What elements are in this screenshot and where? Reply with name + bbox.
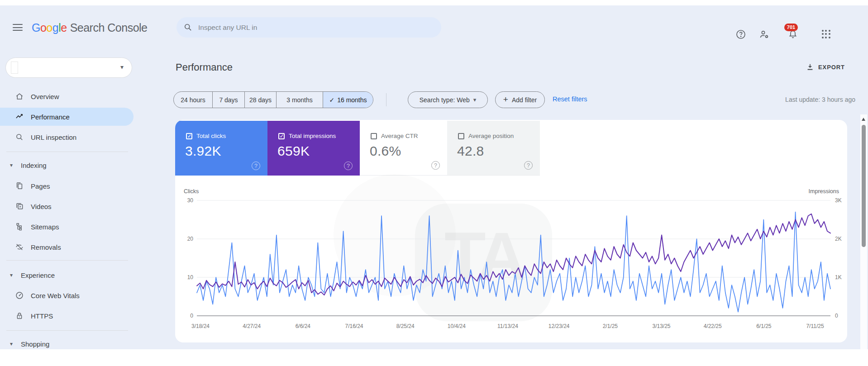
caret-down-icon: ▾ <box>10 272 13 278</box>
y-axis-tick-left: 20 <box>187 236 194 242</box>
x-axis-date-label: 3/13/25 <box>652 323 670 329</box>
lock-icon <box>15 311 24 320</box>
google-search-console-app: GoogleSearch Console 701 ▾ Overview Perf… <box>0 0 868 366</box>
sidebar-item-label: Pages <box>31 182 50 190</box>
sidebar-item-https[interactable]: HTTPS <box>0 307 134 325</box>
sidebar-item-videos[interactable]: Videos <box>0 197 134 215</box>
date-range-chip-28-days[interactable]: 28 days <box>245 92 277 108</box>
google-apps-grid-icon[interactable] <box>822 30 830 38</box>
sidebar-item-label: HTTPS <box>31 312 53 320</box>
sidebar-item-label: Performance <box>31 113 70 121</box>
sidebar-item-label: Removals <box>31 243 61 251</box>
url-inspection-searchbar[interactable] <box>176 17 441 38</box>
clicks-impressions-line-chart: ClicksImpressions010203001K2K3K3/18/244/… <box>175 120 847 342</box>
sidebar-group-label: Experience <box>21 271 55 279</box>
add-filter-label: Add filter <box>512 96 537 104</box>
series-line-clicks <box>197 212 830 312</box>
user-settings-icon[interactable] <box>759 29 770 40</box>
gauge-icon <box>15 291 24 300</box>
sidebar-divider <box>6 152 128 152</box>
date-range-chip-24-hours[interactable]: 24 hours <box>174 92 213 108</box>
pages-icon <box>15 181 24 190</box>
sidebar-item-label: Sitemaps <box>31 223 59 231</box>
x-axis-date-label: 6/6/24 <box>296 323 311 329</box>
last-update-text: Last update: 3 hours ago <box>742 96 855 103</box>
property-selector-dropdown[interactable]: ▾ <box>5 57 132 78</box>
add-filter-button[interactable]: + Add filter <box>495 91 545 108</box>
date-range-group: 24 hours7 days28 days3 months✓16 months <box>173 91 373 108</box>
y-axis-title-impressions: Impressions <box>809 188 839 195</box>
menu-icon[interactable] <box>13 24 23 31</box>
sidebar-item-label: URL inspection <box>31 133 76 141</box>
sidebar-item-performance[interactable]: Performance <box>0 108 134 126</box>
y-axis-tick-left: 30 <box>187 197 194 204</box>
sidebar-divider <box>6 260 128 261</box>
search-type-dropdown[interactable]: Search type: Web ▾ <box>408 91 488 108</box>
property-selector-value <box>11 62 18 74</box>
download-icon <box>806 62 815 71</box>
sidebar-group-label: Shopping <box>21 340 49 348</box>
sidebar-item-removals[interactable]: Removals <box>0 238 134 256</box>
date-range-label: 28 days <box>249 96 272 104</box>
date-range-chip-3-months[interactable]: 3 months <box>277 92 323 108</box>
page-title: Performance <box>176 62 233 73</box>
sidebar-divider <box>6 330 128 331</box>
x-axis-date-label: 6/1/25 <box>756 323 772 329</box>
sidebar-group-experience[interactable]: ▾ Experience <box>0 270 134 280</box>
sidebar-item-sitemaps[interactable]: Sitemaps <box>0 218 134 236</box>
home-icon <box>15 92 24 101</box>
scrollbar-up-arrow-icon[interactable] <box>862 118 865 121</box>
check-icon: ✓ <box>329 96 334 104</box>
google-wordmark: Google <box>32 21 67 34</box>
x-axis-date-label: 7/11/25 <box>806 323 824 329</box>
y-axis-tick-left: 0 <box>190 313 193 319</box>
y-axis-tick-right: 3K <box>835 197 842 204</box>
x-axis-date-label: 3/18/24 <box>191 323 210 329</box>
reset-filters-link[interactable]: Reset filters <box>553 95 587 103</box>
filter-divider <box>386 93 386 106</box>
search-input[interactable] <box>198 17 429 38</box>
sidebar-item-url-inspection[interactable]: URL inspection <box>0 128 134 146</box>
date-range-label: 16 months <box>337 96 367 104</box>
caret-down-icon: ▾ <box>10 162 13 168</box>
x-axis-date-label: 10/4/24 <box>448 323 466 329</box>
vertical-scrollbar[interactable] <box>860 114 867 349</box>
help-icon[interactable] <box>735 29 746 40</box>
x-axis-date-label: 2/1/25 <box>603 323 618 329</box>
sidebar-item-overview[interactable]: Overview <box>0 87 134 105</box>
y-axis-tick-right: 1K <box>835 274 842 280</box>
sidebar-group-label: Indexing <box>21 162 47 169</box>
plus-icon: + <box>503 95 508 104</box>
sidebar-item-core-web-vitals[interactable]: Core Web Vitals <box>0 286 134 304</box>
sidebar-group-indexing[interactable]: ▾ Indexing <box>0 160 134 171</box>
x-axis-date-label: 8/25/24 <box>396 323 415 329</box>
performance-report-panel: Total clicks 3.92K ? Total impressions 6… <box>175 120 847 342</box>
y-axis-tick-right: 2K <box>835 236 842 242</box>
scrollbar-thumb[interactable] <box>862 125 866 247</box>
x-axis-date-label: 12/23/24 <box>548 323 570 329</box>
caret-down-icon: ▾ <box>473 96 477 103</box>
search-icon <box>183 23 192 32</box>
date-range-chip-16-months[interactable]: ✓16 months <box>323 92 373 108</box>
x-axis-date-label: 4/27/24 <box>243 323 261 329</box>
sidebar-item-label: Videos <box>31 203 52 210</box>
sitemap-tree-icon <box>15 222 24 231</box>
sidebar-item-label: Overview <box>31 93 59 100</box>
sidebar-item-pages[interactable]: Pages <box>0 177 134 195</box>
export-button[interactable]: EXPORT <box>806 62 845 71</box>
y-axis-tick-right: 0 <box>835 313 838 319</box>
video-icon <box>15 202 24 211</box>
y-axis-tick-left: 10 <box>187 274 194 280</box>
search-type-label: Search type: Web <box>420 96 470 104</box>
x-axis-date-label: 11/13/24 <box>497 323 518 329</box>
y-axis-title-clicks: Clicks <box>184 188 199 195</box>
search-icon <box>15 133 24 142</box>
sidebar-item-label: Core Web Vitals <box>31 292 80 299</box>
trending-up-icon <box>15 112 24 121</box>
caret-down-icon: ▾ <box>10 341 13 347</box>
date-range-chip-7-days[interactable]: 7 days <box>213 92 245 108</box>
chevron-down-icon: ▾ <box>120 63 124 71</box>
sidebar-group-shopping[interactable]: ▾ Shopping <box>0 338 134 349</box>
notification-count-badge[interactable]: 701 <box>784 24 798 31</box>
x-axis-date-label: 7/16/24 <box>345 323 363 329</box>
